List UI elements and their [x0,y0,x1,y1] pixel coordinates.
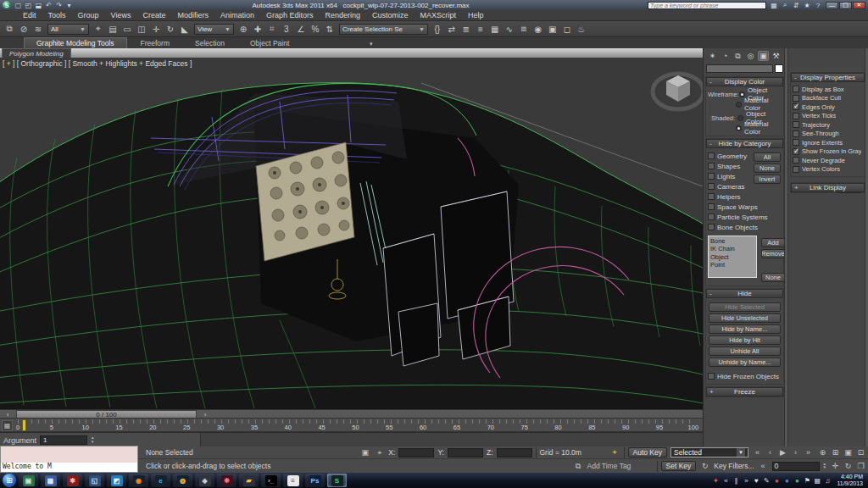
tray-red-icon[interactable]: ● [772,475,781,485]
new-file-icon[interactable]: ▢ [14,1,23,9]
display-property-row[interactable]: Edges Only [793,103,863,112]
graphite-toggle-icon[interactable]: ▦ [488,23,502,36]
coordinate-z-field[interactable] [497,448,532,458]
property-checkbox[interactable] [793,113,799,119]
display-property-row[interactable]: Display as Box [793,85,863,94]
play-icon[interactable]: ▶ [777,447,788,458]
shaded-object-color-radio[interactable] [737,115,743,121]
select-manipulate-icon[interactable]: ✚ [251,23,264,36]
track-bar[interactable]: ‹ 0 / 100 › [0,409,704,418]
auto-key-button[interactable]: Auto Key [628,447,668,458]
hierarchy-tab-icon[interactable]: ⧉ [732,51,743,61]
key-filters-button[interactable]: Key Filters... [714,462,754,470]
object-name-field[interactable] [706,64,773,73]
category-row[interactable]: Bone Objects [708,222,757,232]
render-production-icon[interactable]: ♨ [575,23,588,36]
argument-field[interactable]: 1 [40,435,87,445]
invert-button[interactable]: Invert [754,175,781,184]
unlink-selection-icon[interactable]: ⊘ [17,23,31,36]
hide-header[interactable]: - Hide [706,289,783,298]
coordinate-y-field[interactable] [448,448,483,458]
select-scale-icon[interactable]: ◣ [178,23,192,36]
favorites-icon[interactable]: ★ [802,1,812,9]
list-item[interactable]: IK Chain Object [710,245,754,261]
display-property-row[interactable]: Vertex Colors [793,165,863,175]
wireframe-material-color-radio[interactable] [736,102,742,108]
bind-to-space-warp-icon[interactable]: ≋ [31,23,45,36]
media-blocks-icon[interactable]: ▦ [41,474,60,487]
display-property-row[interactable]: Never Degrade [793,156,863,165]
category-list-box[interactable]: BoneIK Chain ObjectPoint [708,236,757,278]
align-icon[interactable]: ≣ [459,23,473,36]
property-checkbox[interactable] [793,139,799,146]
windows-explorer-icon[interactable]: ▰ [239,474,259,487]
previous-frame-icon[interactable]: ‹ [765,447,776,458]
select-rotate-icon[interactable]: ↻ [164,23,177,36]
menu-item[interactable]: Customize [366,11,415,19]
link-display-header[interactable]: + Link Display [791,183,865,192]
category-row[interactable]: Helpers [708,191,757,202]
maximize-button[interactable]: ▢ [839,2,852,9]
menu-item[interactable]: Rendering [320,11,367,19]
viewport[interactable]: [ + ] [ Orthographic ] [ Smooth + Highli… [0,58,703,409]
property-checkbox[interactable] [793,86,799,92]
photoshop-icon[interactable]: Ps [305,474,325,487]
menu-item[interactable]: Group [72,11,105,19]
orbit-icon[interactable]: ↻ [843,461,854,471]
list-item[interactable]: Point [710,261,754,269]
time-tag-icon[interactable]: ⧉ [573,461,584,471]
taskbar-clock[interactable]: 4:40 PM 11/9/2013 [834,474,865,488]
hide-action-button[interactable]: Hide by Name... [709,324,781,334]
category-checkbox[interactable] [708,203,715,210]
zoom-extents-icon[interactable]: ▣ [843,447,854,458]
remove-button[interactable]: Remove [761,249,785,258]
menu-item[interactable]: Edit [17,11,42,19]
transform-gizmo-icon[interactable]: ⌖ [374,447,385,458]
key-filter-dropdown[interactable]: Selected ▼ [670,447,748,458]
pan-icon[interactable]: ✛ [830,461,841,471]
category-checkbox[interactable] [708,183,715,190]
ribbon-tab[interactable]: Freeform [129,38,181,48]
list-item[interactable]: Bone [710,237,754,245]
category-row[interactable]: Space Warps [708,202,757,212]
argument-spinner[interactable]: ▲▼ [91,436,94,444]
panel-scrollbar-right[interactable] [865,48,868,446]
scene-options-icon[interactable]: ▾ [64,1,74,9]
property-checkbox[interactable] [793,95,799,102]
object-color-swatch[interactable] [775,64,783,73]
utilities-tab-icon[interactable]: ⚒ [771,51,782,61]
set-key-button[interactable]: Set Key [661,461,697,471]
window-crossing-icon[interactable]: ◫ [135,23,148,36]
volume-icon[interactable]: ♫ [823,475,832,485]
start-button[interactable]: ⊞ [3,474,16,487]
hide-action-button[interactable]: Hide Unselected [709,313,781,323]
hide-action-button[interactable]: Unhide by Name... [709,358,781,367]
hide-action-button[interactable]: Hide Selected [709,302,781,312]
menu-item[interactable]: MAXScript [415,11,463,19]
next-frame-icon[interactable]: › [790,447,801,458]
pen-tablet-icon[interactable]: ✎ [762,475,771,485]
percent-snap-icon[interactable]: % [309,23,322,36]
command-prompt-icon[interactable]: ›_ [261,474,281,487]
go-to-end-icon[interactable]: » [803,447,814,458]
media-next-icon[interactable]: » [742,475,750,485]
display-property-row[interactable]: Trajectory [793,120,863,130]
panel-scrollbar[interactable] [784,48,788,446]
tray-green-icon[interactable]: ● [793,475,801,485]
firefox-icon[interactable]: ◉ [129,474,148,487]
my-computer-icon[interactable]: ◱ [85,474,104,487]
go-to-start-icon[interactable]: « [752,447,763,458]
chat-app-icon[interactable]: ◩ [107,474,126,487]
help-icon[interactable]: ? [813,1,823,9]
menu-item[interactable]: Graph Editors [260,11,320,19]
material-editor-icon[interactable]: ◉ [531,23,545,36]
rectangular-selection-icon[interactable]: ▭ [120,23,134,36]
curve-editor-icon[interactable]: ∿ [503,23,516,36]
keyboard-override-icon[interactable]: ⌗ [265,23,279,36]
display-property-row[interactable]: Backface Cull [793,94,863,103]
category-checkbox[interactable] [708,173,715,180]
display-properties-header[interactable]: - Display Properties [791,73,865,82]
redo-icon[interactable]: ↷ [54,1,64,9]
frame-spinner[interactable]: ▲▼ [823,463,826,470]
list-none-button[interactable]: None [761,273,785,282]
